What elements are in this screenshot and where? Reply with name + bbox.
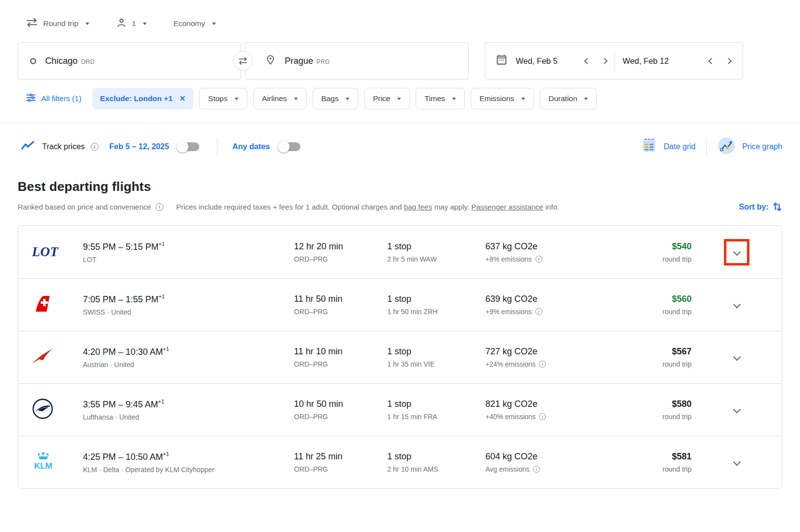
- info-icon[interactable]: i: [535, 256, 542, 263]
- departure-date: Wed, Feb 5: [516, 56, 558, 66]
- results-subheader: Ranked based on price and convenience i …: [18, 201, 782, 213]
- sort-by-button[interactable]: Sort by:: [739, 201, 782, 213]
- info-icon[interactable]: i: [539, 361, 546, 368]
- emissions-delta: +9% emissions: [485, 308, 532, 316]
- any-dates-label: Any dates: [232, 142, 269, 151]
- flight-row[interactable]: 3:55 PM – 9:45 AM+1 Lufthansa · United 1…: [18, 383, 782, 436]
- emissions-delta: +8% emissions: [485, 255, 532, 263]
- origin-code: ORD: [81, 56, 95, 65]
- filter-chip-exclude-london[interactable]: Exclude: London +1 ✕: [92, 88, 193, 109]
- sort-by-label: Sort by:: [739, 203, 769, 212]
- co2-amount: 639 kg CO2e: [485, 294, 608, 304]
- flight-times: 9:55 PM – 5:15 PM+1: [83, 241, 294, 252]
- airline-names: Lufthansa · United: [83, 413, 294, 421]
- airline-names: LOT: [83, 256, 294, 264]
- info-icon[interactable]: i: [91, 143, 99, 151]
- expand-flight-button[interactable]: [734, 353, 740, 362]
- flight-price: $567: [608, 346, 692, 357]
- flight-route: ORD–PRG: [294, 255, 387, 263]
- info-icon[interactable]: i: [539, 413, 546, 420]
- co2-amount: 727 kg CO2e: [485, 346, 608, 357]
- airline-names: KLM · Delta · Operated by KLM Cityhopper: [83, 466, 294, 474]
- any-dates-toggle[interactable]: [278, 140, 301, 153]
- date-grid-button[interactable]: Date grid: [641, 138, 695, 156]
- flight-price: $580: [608, 399, 692, 409]
- stop-detail: 2 hr 5 min WAW: [387, 255, 485, 263]
- price-note: round trip: [608, 465, 692, 473]
- departure-date-field[interactable]: Wed, Feb 5: [495, 53, 610, 68]
- flight-row[interactable]: 7:05 PM – 1:55 PM+1 SWISS · United 11 hr…: [18, 278, 782, 331]
- price-graph-button[interactable]: Price graph: [718, 137, 782, 157]
- search-row: Chicago ORD Prague PRG Wed, Feb 5: [18, 42, 782, 80]
- all-filters-button[interactable]: All filters (1): [26, 92, 81, 105]
- flight-route: ORD–PRG: [294, 465, 387, 473]
- flight-times: 4:20 PM – 10:30 AM+1: [83, 346, 294, 357]
- chevron-down-icon: [85, 23, 89, 25]
- flight-duration: 11 hr 25 min: [294, 452, 387, 462]
- person-icon: [116, 17, 127, 30]
- filter-chip-price[interactable]: Price: [364, 88, 410, 109]
- previous-return-date-button[interactable]: [708, 58, 715, 64]
- trip-type-selector[interactable]: Round trip: [26, 17, 89, 30]
- next-return-date-button[interactable]: [725, 58, 732, 64]
- stops-count: 1 stop: [387, 241, 485, 252]
- close-icon[interactable]: ✕: [180, 94, 186, 103]
- expand-flight-button[interactable]: [734, 458, 740, 467]
- return-date-field[interactable]: Wed, Feb 12: [620, 56, 734, 66]
- all-filters-label: All filters (1): [41, 94, 81, 103]
- flight-list: LOT 9:55 PM – 5:15 PM+1 LOT 12 hr 20 min…: [18, 225, 782, 489]
- origin-input[interactable]: Chicago ORD: [18, 42, 241, 80]
- price-note: round trip: [608, 413, 692, 421]
- swap-locations-button[interactable]: [233, 51, 253, 71]
- chevron-down-icon: [294, 98, 298, 100]
- swiss-logo: [32, 294, 52, 316]
- passenger-assistance-link[interactable]: Passenger assistance: [471, 203, 543, 211]
- flight-times: 4:25 PM – 10:50 AM+1: [83, 451, 294, 462]
- flight-row[interactable]: LOT 9:55 PM – 5:15 PM+1 LOT 12 hr 20 min…: [18, 226, 782, 278]
- track-prices-toggle[interactable]: [177, 140, 200, 153]
- destination-city: Prague: [285, 56, 313, 66]
- airline-names: SWISS · United: [83, 308, 294, 316]
- filter-chip-stops[interactable]: Stops: [199, 88, 247, 109]
- bag-fees-link[interactable]: bag fees: [404, 203, 432, 211]
- filter-chip-emissions[interactable]: Emissions: [471, 88, 534, 109]
- co2-amount: 604 kg CO2e: [485, 452, 608, 462]
- tracked-date-range[interactable]: Feb 5 – 12, 2025: [109, 142, 169, 151]
- info-icon[interactable]: i: [535, 308, 542, 315]
- filter-chip-bags[interactable]: Bags: [313, 88, 358, 109]
- previous-departure-date-button[interactable]: [584, 58, 590, 64]
- klm-logo: KLM: [32, 451, 54, 474]
- flight-route: ORD–PRG: [294, 360, 387, 368]
- round-trip-icon: [26, 17, 38, 30]
- trip-options-bar: Round trip 1 Economy: [26, 14, 782, 33]
- price-note: round trip: [608, 308, 692, 316]
- stops-count: 1 stop: [387, 346, 485, 357]
- flight-row[interactable]: 4:20 PM – 10:30 AM+1 Austrian · United 1…: [18, 331, 782, 383]
- exclude-chip-label: Exclude: London +1: [100, 94, 173, 103]
- info-icon[interactable]: i: [156, 203, 163, 211]
- destination-code: PRG: [317, 56, 330, 65]
- destination-input[interactable]: Prague PRG: [245, 42, 469, 80]
- fees-note: Prices include required taxes + fees for…: [176, 203, 560, 211]
- flight-row[interactable]: KLM 4:25 PM – 10:50 AM+1 KLM · Delta · O…: [18, 436, 782, 488]
- next-departure-date-button[interactable]: [601, 58, 608, 64]
- trip-type-label: Round trip: [43, 19, 79, 28]
- date-grid-label: Date grid: [664, 142, 695, 151]
- price-graph-icon: [718, 137, 735, 157]
- cabin-class-selector[interactable]: Economy: [173, 19, 216, 28]
- expand-flight-button[interactable]: [734, 248, 740, 257]
- expand-flight-button[interactable]: [734, 300, 740, 309]
- return-date: Wed, Feb 12: [623, 56, 669, 66]
- filter-chip-duration[interactable]: Duration: [540, 88, 597, 109]
- passengers-selector[interactable]: 1: [116, 17, 147, 30]
- filter-chip-times[interactable]: Times: [416, 88, 465, 109]
- price-graph-label: Price graph: [742, 142, 782, 151]
- stop-detail: 1 hr 50 min ZRH: [387, 308, 485, 316]
- expand-flight-button[interactable]: [734, 405, 740, 414]
- chevron-down-icon: [235, 98, 239, 100]
- filter-chip-airlines[interactable]: Airlines: [253, 88, 307, 109]
- calendar-icon: [495, 53, 508, 68]
- flight-route: ORD–PRG: [294, 308, 387, 316]
- info-icon[interactable]: i: [533, 466, 540, 473]
- tune-filters-icon: [26, 92, 36, 105]
